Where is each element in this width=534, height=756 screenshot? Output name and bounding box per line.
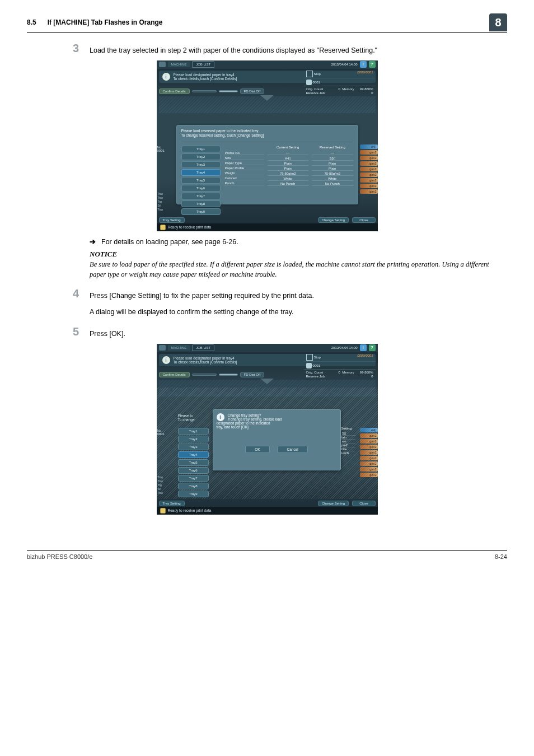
step-5-text: Press [OK].	[90, 325, 507, 339]
col-current: Current Setting	[268, 146, 309, 149]
tab-machine[interactable]: MACHINE	[168, 345, 190, 351]
change-setting-button[interactable]: Change Setting	[318, 501, 349, 506]
modal-line-4: tray, and touch [OK]	[217, 425, 337, 429]
step-5-number: 5	[27, 325, 90, 338]
col-reserved: Reserved Setting	[312, 146, 353, 149]
section-num: 8.5	[27, 18, 36, 26]
indicator-arrow-icon	[260, 379, 274, 384]
tray-button[interactable]: Tray3	[181, 161, 221, 168]
tray-button[interactable]: Tray9	[181, 208, 221, 215]
tab-joblist[interactable]: JOB LIST	[192, 61, 214, 68]
step-4-sub: A dialog will be displayed to confirm th…	[90, 307, 503, 318]
tray-dialog: Please load reserved paper to the indica…	[176, 125, 358, 204]
left-mini-labels: Tray Tray Trg Srl Tray	[158, 475, 175, 494]
notice-label: NOTICE	[90, 249, 503, 260]
step-3-number: 3	[27, 42, 90, 55]
msg-line-2: To check details,touch [Confirm Details]	[174, 360, 237, 364]
tray-button[interactable]: Tray2	[181, 153, 221, 160]
modal-line-1: Change tray setting?	[217, 413, 337, 417]
footer-status: Ready to receive print data	[168, 225, 212, 229]
indicator-arrow-icon	[260, 95, 274, 101]
tray-button[interactable]: Tray5	[181, 177, 221, 184]
tray-button-selected[interactable]: Tray4	[181, 169, 221, 176]
datetime: 2013/04/04 14:00	[331, 63, 358, 66]
fd-dist-button[interactable]: FD Dist Off	[240, 372, 265, 377]
lock-icon	[160, 225, 166, 230]
close-button[interactable]: Close	[352, 501, 375, 506]
modal-line-2: If change tray setting, please load	[217, 417, 337, 421]
step-3-text: Load the tray selected in step 2 with pa…	[90, 42, 507, 56]
job-no: No. 0001	[157, 146, 165, 152]
section-title: If [MACHINE] Tab Flashes in Orange	[48, 18, 163, 26]
user-icon	[159, 62, 166, 67]
panel-instruction-2: To change reserved setting, touch [Chang…	[181, 133, 353, 138]
info-circle-icon: i	[217, 413, 224, 421]
chapter-number: 8	[489, 13, 507, 31]
help-icon[interactable]: ?	[369, 344, 376, 351]
info-icon[interactable]: i	[360, 344, 367, 351]
lock-icon	[160, 508, 166, 514]
page-number: 8-24	[495, 553, 507, 560]
status-panel: Stop0009/0001 0001 Orig. Count0 Memory 9…	[304, 71, 376, 95]
cancel-button[interactable]: Cancel	[277, 446, 307, 453]
confirm-details-button[interactable]: Confirm Details	[159, 88, 190, 94]
panel-instruction-1: Please load reserved paper to the indica…	[181, 129, 353, 133]
info-circle-icon: i	[162, 356, 170, 364]
tray-list: Tray1 Tray2 Tray3 Tray4 Tray5 Tray6 Tray…	[181, 146, 221, 215]
page-footer: bizhub PRESS C8000/e 8-24	[27, 550, 507, 560]
user-icon	[159, 345, 166, 351]
tab-joblist[interactable]: JOB LIST	[192, 344, 214, 351]
tray-setting-button[interactable]: Tray Setting	[159, 217, 185, 223]
tray-setting-button[interactable]: Tray Setting	[159, 501, 185, 506]
modal-line-3: designated paper to the indicated	[217, 421, 337, 425]
footer-status: Ready to receive print data	[168, 508, 212, 512]
tray-level-indicators: A4▯ g/m2 g/m2 g/m2 g/m2 g/m2 g/m2 g/m2 g…	[360, 144, 378, 195]
msg-line-1: Please load designated paper in tray4	[174, 356, 237, 360]
msg-line-1: Please load designated paper in tray4	[174, 73, 237, 77]
tray-button[interactable]: Tray7	[181, 193, 221, 199]
confirm-modal: i Change tray setting? If change tray se…	[213, 409, 341, 470]
datetime: 2013/04/04 14:00	[331, 346, 358, 349]
tray-button[interactable]: Tray8	[181, 200, 221, 207]
change-setting-button[interactable]: Change Setting	[318, 217, 349, 223]
msg-line-2: To check details,touch [Confirm Details]	[174, 77, 237, 81]
info-icon[interactable]: i	[360, 61, 367, 68]
header-rule	[27, 32, 507, 33]
notice-body: Be sure to load paper of the specified s…	[90, 259, 503, 279]
details-text: For details on loading paper, see page 6…	[101, 237, 238, 248]
tray-button[interactable]: Tray6	[181, 185, 221, 192]
screenshot-2: MACHINE JOB LIST 2013/04/04 14:00 i ? i …	[157, 344, 378, 515]
details-crossref: ➔ For details on loading paper, see page…	[90, 237, 503, 248]
ok-button[interactable]: OK	[245, 446, 269, 453]
screenshot-1: MACHINE JOB LIST 2013/04/04 14:00 i ? i …	[157, 60, 378, 231]
status-panel: Stop0009/0001 0001 Orig. Count0 Memory 9…	[304, 354, 376, 379]
tray-button[interactable]: Tray1	[181, 146, 221, 152]
product-name: bizhub PRESS C8000/e	[27, 553, 92, 560]
step-4-text: Press [Change Setting] to fix the paper …	[90, 292, 314, 300]
confirm-details-button[interactable]: Confirm Details	[159, 372, 190, 377]
help-icon[interactable]: ?	[369, 61, 376, 68]
info-circle-icon: i	[162, 73, 170, 81]
step-4-number: 4	[27, 287, 90, 300]
left-mini-labels: Tray Tray Trg Srl Tray	[158, 192, 175, 211]
fd-dist-button[interactable]: FD Dist Off	[240, 88, 265, 94]
section-heading: 8.5 If [MACHINE] Tab Flashes in Orange	[27, 18, 163, 26]
arrow-icon: ➔	[90, 237, 96, 248]
close-button[interactable]: Close	[352, 217, 375, 223]
tab-machine[interactable]: MACHINE	[168, 62, 190, 67]
